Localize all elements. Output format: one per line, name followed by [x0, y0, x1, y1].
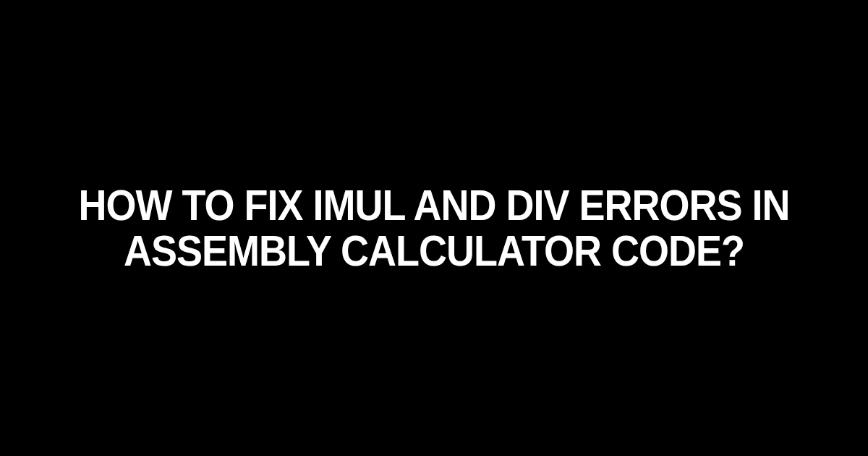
page-title: HOW TO FIX IMUL AND DIV ERRORS IN ASSEMB… [0, 183, 868, 274]
